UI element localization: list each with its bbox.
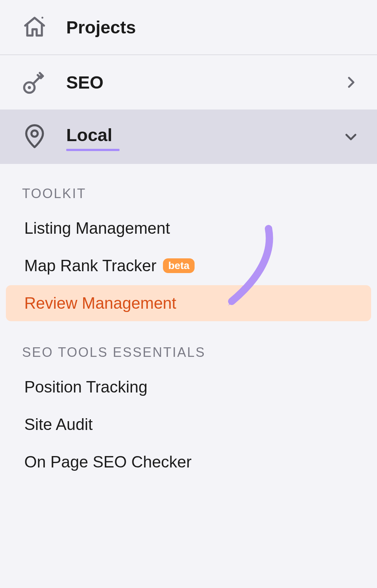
nav-label-seo: SEO (66, 72, 343, 93)
menu-item-review-management[interactable]: Review Management (6, 285, 371, 321)
nav-item-seo[interactable]: SEO (0, 55, 377, 110)
menu-item-label: Position Tracking (24, 378, 147, 396)
nav-label-local: Local (66, 125, 112, 149)
menu-item-label: Listing Management (24, 219, 170, 237)
chevron-right-icon (343, 75, 359, 90)
section-heading-seo-tools: SEO TOOLS ESSENTIALS (0, 323, 377, 368)
chevron-down-icon (343, 129, 359, 144)
menu-item-label: Review Management (24, 294, 176, 312)
section-heading-toolkit: TOOLKIT (0, 164, 377, 209)
nav-label-projects: Projects (66, 17, 359, 37)
menu-item-map-rank-tracker[interactable]: Map Rank Tracker beta (6, 248, 371, 284)
key-icon (22, 70, 51, 95)
toolkit-list: Listing Management Map Rank Tracker beta… (0, 210, 377, 321)
menu-item-label: Map Rank Tracker (24, 257, 156, 275)
nav-item-projects[interactable]: Projects (0, 0, 377, 54)
nav-item-local[interactable]: Local (0, 110, 377, 164)
seo-tools-list: Position Tracking Site Audit On Page SEO… (0, 369, 377, 480)
menu-item-label: On Page SEO Checker (24, 453, 192, 471)
beta-badge: beta (163, 258, 195, 273)
menu-item-site-audit[interactable]: Site Audit (6, 406, 371, 442)
map-pin-icon (22, 124, 51, 149)
menu-item-label: Site Audit (24, 415, 93, 434)
svg-point-0 (42, 17, 43, 18)
menu-item-position-tracking[interactable]: Position Tracking (6, 369, 371, 405)
svg-point-3 (32, 130, 38, 137)
menu-item-onpage-seo-checker[interactable]: On Page SEO Checker (6, 444, 371, 480)
svg-point-2 (28, 86, 31, 89)
home-icon (22, 15, 51, 40)
menu-item-listing-management[interactable]: Listing Management (6, 210, 371, 246)
